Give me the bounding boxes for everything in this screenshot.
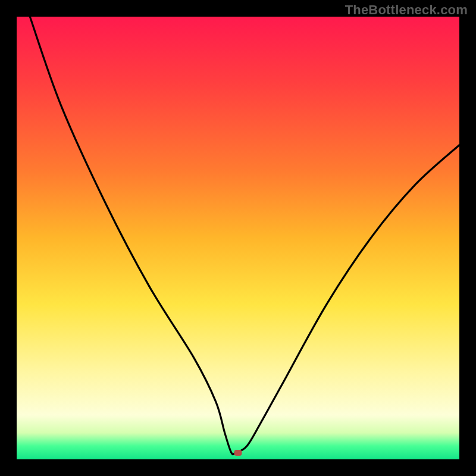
watermark-text: TheBottleneck.com (345, 2, 468, 18)
minimum-marker (234, 450, 242, 456)
chart-frame: TheBottleneck.com (0, 0, 476, 476)
plot-area (17, 17, 459, 459)
bottleneck-curve-path (30, 17, 459, 455)
curve-svg (17, 17, 459, 459)
